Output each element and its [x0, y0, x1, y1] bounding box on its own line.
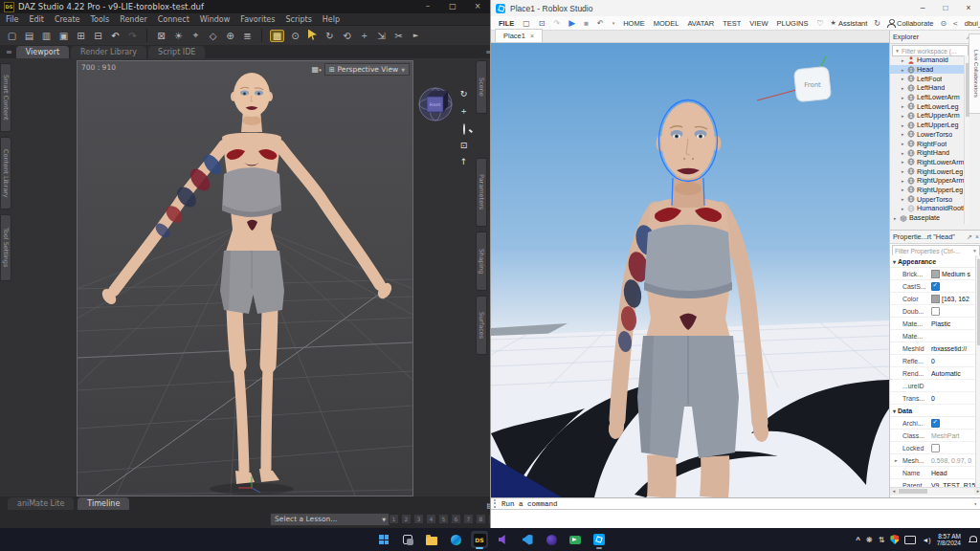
create-primitive-icon[interactable]: ⊠ [155, 31, 167, 41]
explorer-item[interactable]: LeftUpperLeg [890, 121, 965, 130]
history-icon[interactable]: ⊙ [940, 19, 947, 28]
castshadow-checkbox[interactable] [931, 282, 940, 291]
daz-menu-scripts[interactable]: Scripts [285, 15, 311, 24]
tab-animate-lite[interactable]: aniMate Lite [8, 497, 74, 510]
explorer-item[interactable]: Humanoid [890, 55, 965, 65]
align-icon[interactable]: ≣ [241, 31, 254, 41]
command-bar-grip[interactable] [494, 499, 499, 508]
lesson-slot[interactable]: 6 [451, 514, 461, 524]
new-place-icon[interactable]: ▢ [523, 19, 530, 28]
tab-content-library[interactable]: Content Library [0, 137, 11, 209]
sync-icon[interactable]: ↻ [874, 19, 880, 28]
daz-3d-viewport[interactable]: 700 : 910 ▦▾ ⊞ Perspective View ▼ [77, 60, 413, 496]
daz-menu-edit[interactable]: Edit [29, 15, 44, 24]
command-bar[interactable]: Run a command ▾ [491, 497, 980, 510]
section-appearance[interactable]: Appearance [890, 255, 976, 268]
camera-frame-icon[interactable]: ⊡ [459, 141, 468, 150]
daz-menu-window[interactable]: Window [200, 15, 231, 24]
tray-display-icon[interactable] [904, 536, 916, 544]
app-circle-button[interactable] [543, 531, 560, 548]
scale-tool-icon[interactable]: ⇲ [375, 31, 388, 41]
play-button-icon[interactable]: ▶ [568, 18, 575, 28]
explorer-item[interactable]: UpperTorso [890, 194, 965, 204]
daz-menu-create[interactable]: Create [55, 15, 80, 24]
assistant-button[interactable]: ★ Assistant [831, 19, 868, 28]
camera-selector-dropdown[interactable]: ⊞ Perspective View ▼ [324, 63, 410, 76]
export-icon[interactable]: ⊟ [92, 31, 104, 41]
doc-tab-close-icon[interactable]: × [530, 33, 534, 39]
daz-menu-render[interactable]: Render [120, 15, 146, 24]
redo-icon[interactable]: ↷ [554, 19, 561, 28]
explorer-item[interactable]: HumanoidRootPart [890, 204, 965, 213]
import-icon[interactable]: ⊞ [75, 31, 87, 41]
new-file-icon[interactable]: ▢ [6, 31, 18, 41]
audio-app-button[interactable] [495, 531, 512, 548]
open-place-icon[interactable]: ⊡ [539, 19, 546, 28]
create-group-icon[interactable]: ⊕ [224, 31, 236, 41]
doublesided-checkbox[interactable] [931, 307, 940, 316]
camera-options-icon[interactable]: ▦▾ [312, 65, 322, 74]
properties-close-icon[interactable]: × [975, 233, 979, 240]
tab-tool-settings[interactable]: Tool Settings [0, 214, 11, 281]
lesson-slot[interactable]: 2 [401, 514, 412, 524]
favorites-icon[interactable]: ♡ [816, 19, 823, 28]
tray-gear-icon[interactable]: ❋ [866, 536, 873, 544]
explorer-item[interactable]: RightFoot [890, 139, 965, 148]
explorer-item[interactable]: RightUpperLeg [890, 186, 965, 195]
daz-close-button[interactable]: × [465, 0, 490, 13]
explorer-item[interactable]: Baseplate [890, 213, 965, 223]
open-recent-icon[interactable]: ▥ [40, 31, 53, 41]
doc-tab-place1[interactable]: Place1 × [495, 29, 543, 42]
stop-button-icon[interactable]: ■ [584, 19, 589, 28]
daz-menu-tools[interactable]: Tools [90, 15, 109, 24]
tab-smart-content[interactable]: Smart Content [0, 63, 11, 132]
ribbon-tab-test[interactable]: TEST [723, 19, 741, 28]
more-actions-icon[interactable]: ▾ [612, 20, 615, 26]
active-pose-tool-icon[interactable]: ⟲ [341, 31, 353, 41]
daz-menu-favorites[interactable]: Favorites [240, 15, 275, 24]
roblox-close-button[interactable]: × [957, 0, 980, 16]
tab-render-library[interactable]: Render Library [71, 46, 146, 58]
vs-code-button[interactable] [519, 531, 536, 548]
file-explorer-button[interactable] [423, 531, 440, 548]
daz-maximize-button[interactable]: □ [440, 0, 465, 13]
tray-volume-icon[interactable]: ◄) [922, 537, 930, 543]
create-null-icon[interactable]: ◇ [207, 31, 219, 41]
ribbon-tab-home[interactable]: HOME [623, 19, 645, 28]
create-camera-icon[interactable]: ⌖ [189, 30, 202, 41]
lesson-slot[interactable]: 3 [413, 514, 424, 524]
properties-popout-icon[interactable]: ↗ [967, 233, 972, 241]
camera-orbit-icon[interactable]: ↻ [459, 89, 468, 99]
redo-icon[interactable]: ↷ [126, 31, 139, 41]
ribbon-tab-plugins[interactable]: PLUGINS [777, 19, 809, 28]
scroll-left-icon[interactable]: ◂ [890, 488, 898, 495]
explorer-item[interactable]: LeftLowerArm [890, 93, 965, 102]
explorer-item[interactable]: LeftHand [890, 83, 965, 93]
ribbon-tab-model[interactable]: MODEL [654, 19, 679, 28]
notification-bell-icon[interactable] [969, 536, 976, 543]
ribbon-tab-avatar[interactable]: AVATAR [687, 19, 714, 28]
explorer-item[interactable]: RightUpperArm [890, 176, 965, 186]
translate-tool-icon[interactable]: ＋ [358, 29, 370, 42]
tab-shaping[interactable]: Shaping [476, 231, 487, 291]
tray-device-icon[interactable]: ⇅ [879, 536, 885, 544]
universal-tool-icon[interactable]: ▩ [270, 30, 284, 42]
daz-menu-file[interactable]: File [6, 15, 18, 24]
dform-tool-icon[interactable]: ✂ [392, 31, 405, 41]
camera-reset-icon[interactable]: ↑ [459, 157, 468, 166]
roblox-minimize-button[interactable]: – [911, 0, 934, 16]
roblox-3d-viewport[interactable]: Front [491, 43, 889, 497]
task-view-button[interactable] [399, 531, 416, 548]
surface-selection-tool-icon[interactable]: ⊙ [289, 31, 301, 41]
daz-menu-connect[interactable]: Connect [158, 15, 189, 24]
pane-menu-icon[interactable]: ≡ [6, 48, 12, 56]
view-cube[interactable]: Front [407, 76, 464, 133]
share-icon[interactable]: < [953, 19, 958, 28]
command-history-caret-icon[interactable]: ▾ [973, 500, 977, 508]
undo-icon[interactable]: ↶ [109, 31, 122, 41]
lesson-dropdown[interactable]: Select a Lesson... ▼ [270, 513, 390, 526]
daz-menu-help[interactable]: Help [323, 15, 340, 24]
tab-live-collaborators[interactable]: Live Collaborators [969, 33, 980, 114]
undo-icon[interactable]: ↶ [597, 19, 604, 28]
tab-timeline[interactable]: Timeline [78, 497, 129, 510]
